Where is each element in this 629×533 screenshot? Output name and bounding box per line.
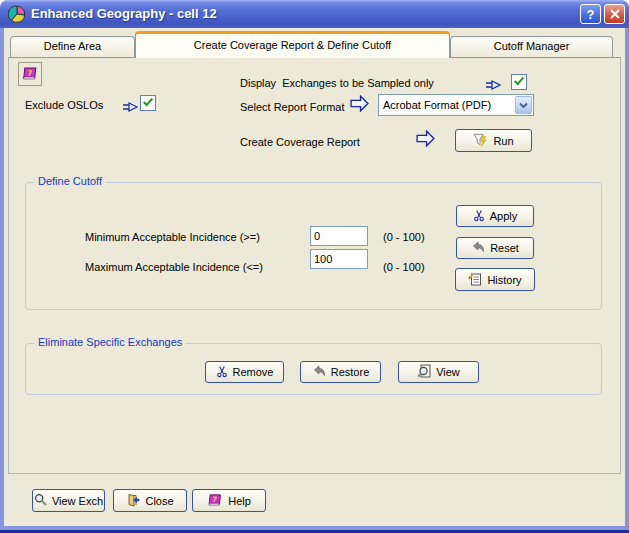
- scissors-icon: [473, 209, 485, 224]
- purple-book-icon: ?: [207, 493, 223, 509]
- restore-button[interactable]: Restore: [300, 361, 381, 383]
- view-button[interactable]: View: [398, 361, 479, 383]
- titlebar: Enhanced Geography - cell 12 ?: [0, 0, 629, 28]
- apply-button[interactable]: Apply: [456, 205, 534, 227]
- checkmark-icon: [513, 75, 525, 89]
- exclude-oslos-label: Exclude OSLOs: [25, 99, 103, 111]
- display-exchanges-label: Display Exchanges to be Sampled only: [240, 77, 434, 89]
- tab-create-coverage-report[interactable]: Create Coverage Report & Define Cutoff: [135, 31, 450, 58]
- window-title: Enhanced Geography - cell 12: [31, 0, 217, 27]
- create-report-label: Create Coverage Report: [240, 136, 360, 148]
- max-range-hint: (0 - 100): [383, 261, 425, 273]
- tab-label: Cutoff Manager: [494, 40, 570, 52]
- tab-label: Create Coverage Report & Define Cutoff: [194, 39, 391, 51]
- eliminate-exchanges-title: Eliminate Specific Exchanges: [34, 336, 186, 348]
- scissors-icon: [216, 365, 228, 380]
- close-button[interactable]: Close: [113, 489, 187, 512]
- context-help-button[interactable]: ?: [18, 62, 42, 86]
- reset-button-label: Reset: [490, 242, 519, 254]
- report-format-label: Select Report Format: [240, 101, 345, 113]
- min-range-hint: (0 - 100): [383, 231, 425, 243]
- view-exch-button-label: View Exch: [52, 495, 103, 507]
- magnifier-document-icon: [417, 364, 431, 380]
- magnifier-icon: [34, 493, 47, 508]
- remove-button-label: Remove: [233, 366, 274, 378]
- question-mark-icon: ?: [587, 7, 595, 22]
- titlebar-help-button[interactable]: ?: [580, 4, 601, 24]
- exclude-oslos-checkbox[interactable]: [140, 95, 156, 111]
- exit-door-icon: [126, 493, 140, 509]
- apply-button-label: Apply: [490, 210, 518, 222]
- view-exch-button[interactable]: View Exch: [32, 489, 105, 512]
- max-incidence-label: Maximum Acceptable Incidence (<=): [85, 261, 263, 273]
- help-button[interactable]: ? Help: [192, 489, 266, 512]
- tab-label: Define Area: [44, 40, 101, 52]
- min-incidence-input[interactable]: [310, 226, 368, 246]
- titlebar-close-button[interactable]: [604, 4, 625, 24]
- min-incidence-label: Minimum Acceptable Incidence (>=): [85, 231, 260, 243]
- reset-button[interactable]: Reset: [456, 237, 534, 259]
- purple-book-icon: ?: [22, 66, 38, 83]
- dropdown-button[interactable]: [515, 96, 532, 114]
- dialog-window: Enhanced Geography - cell 12 ? Define Ar…: [0, 0, 629, 533]
- history-note-icon: [468, 272, 482, 288]
- pointer-arrow-icon: [121, 101, 140, 113]
- app-icon: [8, 5, 26, 23]
- undo-arrow-icon: [312, 365, 326, 379]
- run-button-label: Run: [493, 135, 513, 147]
- restore-button-label: Restore: [331, 366, 370, 378]
- view-button-label: View: [436, 366, 460, 378]
- history-button[interactable]: History: [455, 268, 535, 291]
- display-exchanges-checkbox[interactable]: [511, 74, 527, 90]
- report-format-select[interactable]: Acrobat Format (PDF): [378, 94, 534, 116]
- close-button-label: Close: [145, 495, 173, 507]
- funnel-lightning-icon: [473, 133, 488, 149]
- remove-button[interactable]: Remove: [205, 361, 284, 383]
- tab-cutoff-manager[interactable]: Cutoff Manager: [450, 36, 613, 57]
- tab-define-area[interactable]: Define Area: [10, 36, 135, 57]
- help-button-label: Help: [228, 495, 251, 507]
- big-arrow-icon: [349, 95, 370, 112]
- define-cutoff-title: Define Cutoff: [34, 175, 106, 187]
- close-icon: [610, 7, 620, 22]
- big-arrow-icon: [415, 130, 436, 147]
- history-button-label: History: [487, 274, 521, 286]
- report-format-value: Acrobat Format (PDF): [379, 99, 514, 111]
- checkmark-icon: [142, 96, 154, 110]
- run-button[interactable]: Run: [455, 129, 532, 152]
- pointer-arrow-icon: [484, 79, 503, 91]
- undo-arrow-icon: [471, 241, 485, 255]
- max-incidence-input[interactable]: [310, 249, 368, 269]
- chevron-down-icon: [519, 99, 528, 111]
